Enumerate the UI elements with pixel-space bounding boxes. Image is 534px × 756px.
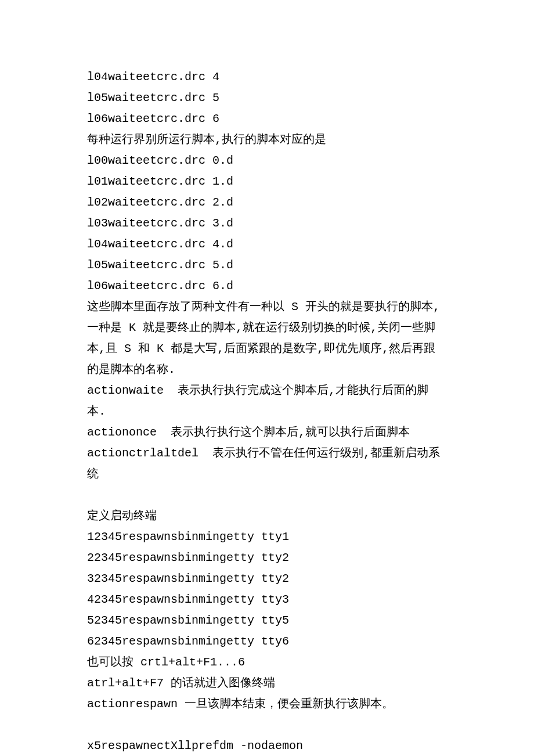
text-line: 每种运行界别所运行脚本,执行的脚本对应的是 [87,129,447,150]
text-line: actionctrlaltdel 表示执行不管在任何运行级别,都重新启动系统 [87,443,447,485]
text-line: 62345respawnsbinmingetty tty6 [87,631,447,652]
text-line: 32345respawnsbinmingetty tty2 [87,568,447,589]
text-line: l06waiteetcrc.drc 6 [87,109,447,129]
text-line: 22345respawnsbinmingetty tty2 [87,548,447,568]
text-line [87,485,447,506]
text-line: l01waiteetcrc.drc 1.d [87,171,447,192]
text-line: l00waiteetcrc.drc 0.d [87,150,447,171]
text-line: l02waiteetcrc.drc 2.d [87,192,447,213]
text-line: 也可以按 crtl+alt+F1...6 [87,652,447,673]
text-line: actionwaite 表示执行执行完成这个脚本后,才能执行后面的脚本. [87,380,447,422]
text-line: l05waiteetcrc.drc 5.d [87,255,447,276]
text-line: actiononce 表示执行执行这个脚本后,就可以执行后面脚本 [87,422,447,443]
text-line: l04waiteetcrc.drc 4.d [87,234,447,255]
text-line: x5respawnectXllprefdm -nodaemon [87,736,447,756]
text-line: atrl+alt+F7 的话就进入图像终端 [87,673,447,694]
text-line: l05waiteetcrc.drc 5 [87,88,447,109]
text-line: l03waiteetcrc.drc 3.d [87,213,447,234]
text-line: 定义启动终端 [87,506,447,527]
text-line: 12345respawnsbinmingetty tty1 [87,527,447,548]
text-line: actionrespawn 一旦该脚本结束，便会重新执行该脚本。 [87,694,447,715]
text-line: l06waiteetcrc.drc 6.d [87,276,447,297]
text-line: 42345respawnsbinmingetty tty3 [87,589,447,610]
text-line: l04waiteetcrc.drc 4 [87,67,447,88]
text-line [87,715,447,736]
text-line: 这些脚本里面存放了两种文件有一种以 S 开头的就是要执行的脚本,一种是 K 就是… [87,297,447,380]
document-page: l04waiteetcrc.drc 4l05waiteetcrc.drc 5l0… [0,0,534,756]
text-line: 52345respawnsbinmingetty tty5 [87,610,447,631]
